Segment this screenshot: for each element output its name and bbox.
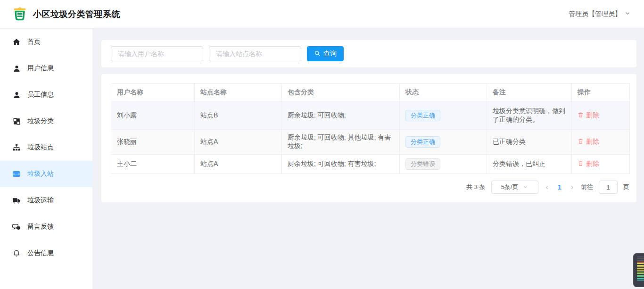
next-page-button[interactable]: › [568, 183, 576, 191]
search-button[interactable]: 查询 [307, 46, 344, 61]
delete-button-label: 删除 [586, 138, 599, 146]
station-name-input[interactable] [209, 46, 301, 61]
cell-station: 站点A [195, 130, 282, 155]
app-title: 小区垃圾分类管理系统 [33, 8, 120, 20]
cell-status: 分类错误 [400, 155, 487, 174]
cell-user: 张晓丽 [111, 130, 195, 155]
sidebar: 首页 用户信息 员工信息 垃圾分类 垃圾站点 垃圾入站 垃圾运输 [0, 29, 92, 289]
truck-icon [12, 196, 21, 205]
sidebar-item-garbage-transport[interactable]: 垃圾运输 [0, 187, 92, 214]
pagination: 共 3 条 5条/页 ‹ 1 › 前往 页 [111, 181, 629, 194]
table-row: 王小二 站点A 厨余垃圾; 可回收物; 有害垃圾; 分类错误 分类错误，已纠正 … [111, 155, 630, 174]
user-icon [12, 91, 21, 99]
bell-icon [12, 249, 21, 257]
brand: 小区垃圾分类管理系统 [11, 5, 120, 24]
column-header-remark: 备注 [487, 84, 572, 101]
page-suffix-label: 页 [623, 183, 629, 191]
cell-station: 站点A [195, 155, 282, 174]
sidebar-item-label: 首页 [27, 38, 41, 46]
sidebar-item-staff[interactable]: 员工信息 [0, 82, 92, 108]
cell-categories: 厨余垃圾; 可回收物; 有害垃圾; [282, 155, 400, 174]
table-card: 用户名称 站点名称 包含分类 状态 备注 操作 刘小露 站点B 厨余垃圾; 可回… [101, 74, 636, 202]
cell-status: 分类正确 [400, 101, 487, 130]
records-table: 用户名称 站点名称 包含分类 状态 备注 操作 刘小露 站点B 厨余垃圾; 可回… [111, 83, 630, 174]
cell-remark: 分类错误，已纠正 [487, 155, 572, 174]
cell-remark: 已正确分类 [487, 130, 572, 155]
cell-categories: 厨余垃圾; 可回收物; 其他垃圾; 有害垃圾; [282, 130, 400, 155]
sidebar-item-label: 垃圾运输 [27, 196, 54, 205]
table-row: 刘小露 站点B 厨余垃圾; 可回收物; 分类正确 垃圾分类意识明确，做到了正确的… [111, 101, 630, 130]
status-badge: 分类错误 [405, 158, 440, 170]
status-badge: 分类正确 [405, 110, 440, 121]
cell-status: 分类正确 [400, 130, 487, 155]
cell-actions: 删除 [572, 130, 630, 155]
trash-icon [578, 160, 584, 168]
sidebar-item-users[interactable]: 用户信息 [0, 55, 92, 82]
inbox-icon [12, 170, 21, 178]
sidebar-item-garbage-category[interactable]: 垃圾分类 [0, 108, 92, 134]
goto-label: 前往 [581, 183, 593, 191]
cell-actions: 删除 [572, 155, 630, 174]
column-header-actions: 操作 [572, 84, 630, 101]
sitemap-icon [12, 143, 21, 152]
table-header-row: 用户名称 站点名称 包含分类 状态 备注 操作 [111, 84, 630, 101]
delete-button[interactable]: 删除 [578, 160, 599, 168]
page-size-select[interactable]: 5条/页 [491, 181, 538, 194]
user-dropdown[interactable]: 管理员【管理员】 [569, 10, 631, 18]
column-header-categories: 包含分类 [282, 84, 400, 101]
delete-button-label: 删除 [586, 160, 599, 168]
trash-icon [578, 138, 584, 146]
sidebar-item-label: 留言反馈 [27, 223, 54, 231]
column-header-station: 站点名称 [195, 84, 282, 101]
trash-bin-logo-icon [11, 5, 28, 24]
top-header: 小区垃圾分类管理系统 管理员【管理员】 [0, 0, 644, 28]
search-button-label: 查询 [323, 50, 337, 58]
cell-categories: 厨余垃圾; 可回收物; [282, 101, 400, 130]
delete-button-label: 删除 [586, 111, 599, 120]
page-size-value: 5条/页 [501, 183, 519, 191]
total-count: 共 3 条 [466, 183, 485, 191]
search-icon [314, 50, 321, 58]
main-content: 查询 用户名称 站点名称 包含分类 状态 备注 操作 刘小露 站点B 厨余垃圾;… [92, 29, 644, 289]
sidebar-item-home[interactable]: 首页 [0, 29, 92, 55]
grid-icon [12, 117, 21, 125]
sidebar-item-announcements[interactable]: 公告信息 [0, 240, 92, 266]
user-name-input[interactable] [111, 46, 203, 61]
status-badge: 分类正确 [405, 136, 440, 148]
sidebar-item-label: 垃圾站点 [27, 143, 54, 152]
chevron-down-icon [624, 10, 631, 18]
sidebar-item-label: 员工信息 [27, 91, 54, 99]
sidebar-item-garbage-inbound[interactable]: 垃圾入站 [0, 161, 92, 187]
comments-icon [12, 223, 21, 231]
sidebar-item-feedback[interactable]: 留言反馈 [0, 214, 92, 240]
sidebar-item-label: 用户信息 [27, 64, 54, 73]
user-name: 管理员【管理员】 [569, 10, 621, 18]
cell-remark: 垃圾分类意识明确，做到了正确的分类。 [487, 101, 572, 130]
delete-button[interactable]: 删除 [578, 111, 599, 120]
current-page[interactable]: 1 [556, 183, 563, 191]
prev-page-button[interactable]: ‹ [543, 183, 551, 191]
cell-actions: 删除 [572, 101, 630, 130]
cell-user: 王小二 [111, 155, 195, 174]
home-icon [12, 38, 21, 46]
column-header-user: 用户名称 [111, 84, 195, 101]
sidebar-item-garbage-station[interactable]: 垃圾站点 [0, 134, 92, 161]
cell-user: 刘小露 [111, 101, 195, 130]
user-icon [12, 64, 21, 73]
table-row: 张晓丽 站点A 厨余垃圾; 可回收物; 其他垃圾; 有害垃圾; 分类正确 已正确… [111, 130, 630, 155]
sidebar-item-label: 垃圾入站 [27, 170, 54, 178]
goto-page-input[interactable] [599, 181, 618, 194]
search-card: 查询 [101, 40, 636, 67]
sidebar-item-label: 公告信息 [27, 249, 54, 257]
chevron-down-icon [523, 184, 528, 191]
column-header-status: 状态 [400, 84, 487, 101]
trash-icon [578, 112, 584, 119]
sidebar-item-label: 垃圾分类 [27, 117, 54, 125]
delete-button[interactable]: 删除 [578, 138, 599, 146]
audio-meter-widget [633, 253, 644, 287]
cell-station: 站点B [195, 101, 282, 130]
